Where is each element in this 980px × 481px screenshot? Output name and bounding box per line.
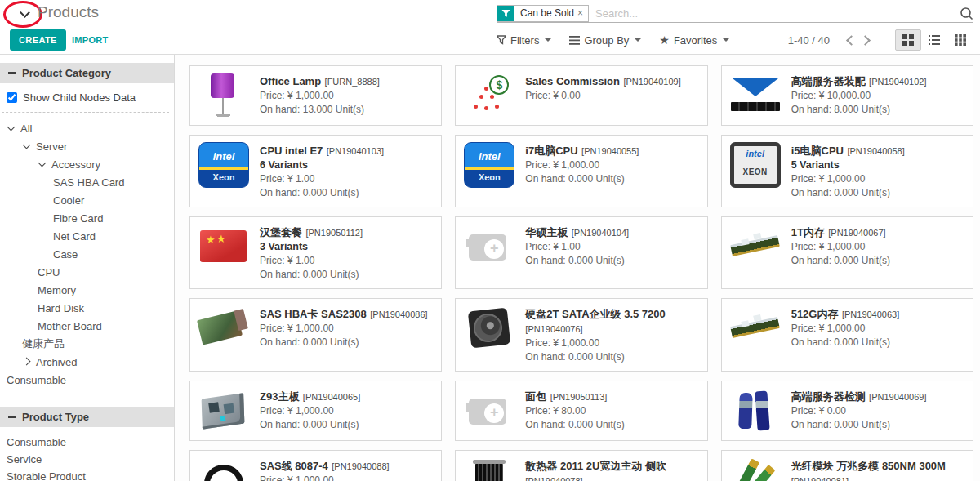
product-price: Price: ¥ 1.00 bbox=[260, 172, 384, 186]
show-child-nodes-label: Show Child Nodes Data bbox=[23, 91, 136, 104]
fiber-module-image bbox=[730, 457, 781, 481]
magnifier-icon[interactable] bbox=[960, 7, 973, 20]
caret-down-icon bbox=[635, 38, 641, 42]
search-input[interactable]: Search... bbox=[595, 7, 960, 20]
import-button[interactable]: IMPORT bbox=[72, 35, 109, 45]
category-tree-item[interactable]: Memory bbox=[0, 281, 174, 299]
favorites-dropdown[interactable]: ★ Favorites bbox=[659, 33, 729, 47]
filters-dropdown[interactable]: Filters bbox=[497, 34, 551, 47]
facet-remove-icon[interactable]: × bbox=[577, 6, 588, 21]
product-price: Price: ¥ 1,000.00 bbox=[525, 158, 639, 172]
product-card[interactable]: 1T内存 [PN19040067] Price: ¥ 1,000.00 On h… bbox=[721, 216, 973, 289]
product-card[interactable]: 华硕主板 [PN19040104] Price: ¥ 1.00 On hand:… bbox=[455, 216, 707, 289]
tree-chevron-icon[interactable] bbox=[7, 123, 18, 133]
category-tree-item[interactable]: CPU bbox=[0, 263, 174, 281]
product-card[interactable]: i5电脑CPU [PN19040058] 5 Variants Price: ¥… bbox=[721, 135, 973, 207]
create-button[interactable]: CREATE bbox=[10, 29, 66, 51]
product-card[interactable]: 512G内存 [PN19040063] Price: ¥ 1,000.00 On… bbox=[721, 298, 973, 372]
product-code: [PN19040078] bbox=[525, 476, 582, 481]
product-card[interactable]: 面包 [PN19050113] Price: ¥ 80.00 On hand: … bbox=[455, 381, 707, 441]
product-card[interactable]: 光纤模块 万兆多模 850NM 300M [PN19040081] 2 Vari… bbox=[721, 450, 973, 481]
category-tree-item[interactable]: Cooler bbox=[0, 191, 174, 209]
category-tree-item[interactable]: SAS HBA Card bbox=[0, 173, 174, 191]
product-price: Price: ¥ 10,000.00 bbox=[791, 89, 927, 103]
product-card[interactable]: 高端服务器装配 [PN19040102] Price: ¥ 10,000.00 … bbox=[721, 65, 973, 126]
group-by-dropdown[interactable]: Group By bbox=[569, 34, 641, 47]
category-tree-item[interactable]: Archived bbox=[0, 353, 174, 371]
product-card[interactable]: 高端服务器检测 [PN19040069] Price: ¥ 0.00 On ha… bbox=[721, 381, 973, 441]
category-tree-item[interactable]: Server bbox=[0, 137, 174, 155]
product-variants: 3 Variants bbox=[260, 240, 363, 254]
show-child-nodes-row[interactable]: Show Child Nodes Data bbox=[0, 83, 174, 110]
pager-previous-button[interactable] bbox=[841, 32, 858, 48]
kanban-view-button[interactable] bbox=[895, 29, 921, 51]
product-price: Price: ¥ 1.00 bbox=[260, 254, 363, 268]
tree-chevron-icon[interactable] bbox=[22, 357, 33, 367]
product-type-item[interactable]: Storable Product bbox=[0, 468, 174, 481]
product-code: [PN19040065] bbox=[303, 392, 360, 402]
category-tree-item[interactable]: Case bbox=[0, 245, 174, 263]
product-type-list: Consumable Service Storable Product bbox=[0, 427, 174, 481]
category-tree-item[interactable]: Mother Board bbox=[0, 317, 174, 335]
product-code: [PN19040103] bbox=[327, 146, 384, 156]
server-logo-image bbox=[730, 73, 781, 118]
category-tree-item[interactable]: Hard Disk bbox=[0, 299, 174, 317]
funnel-icon bbox=[497, 35, 506, 45]
product-onhand: On hand: 0.000 Unit(s) bbox=[791, 186, 905, 200]
list-view-button[interactable] bbox=[921, 29, 947, 51]
product-card[interactable]: Z93主板 [PN19040065] Price: ¥ 1,000.00 On … bbox=[189, 381, 442, 441]
product-type-section-header[interactable]: Product Type bbox=[0, 407, 174, 427]
grid-view-button[interactable] bbox=[947, 29, 973, 51]
product-type-item[interactable]: Service bbox=[0, 451, 174, 468]
hard-disk-image bbox=[464, 305, 514, 351]
product-card[interactable]: 散热器 2011 2U宽边主动 侧吹 [PN19040078] Price: ¥… bbox=[455, 450, 707, 481]
category-tree-item[interactable]: 健康产品 bbox=[0, 335, 174, 353]
intel-xeon-platinum-image bbox=[730, 142, 781, 188]
product-onhand: On hand: 0.000 Unit(s) bbox=[791, 418, 927, 432]
product-code: [PN19040055] bbox=[581, 146, 639, 156]
product-card[interactable]: Office Lamp [FURN_8888] Price: ¥ 1,000.0… bbox=[189, 65, 442, 126]
pager-next-button[interactable] bbox=[858, 32, 874, 48]
product-name: Z93主板 bbox=[260, 390, 299, 403]
product-card[interactable]: i7电脑CPU [PN19040055] Price: ¥ 1,000.00 O… bbox=[455, 135, 707, 207]
product-card[interactable]: SAS HBA卡 SAS2308 [PN19040086] Price: ¥ 1… bbox=[189, 298, 442, 372]
product-card[interactable]: CPU intel E7 [PN19040103] 6 Variants Pri… bbox=[189, 135, 442, 207]
product-price: Price: ¥ 1,000.00 bbox=[260, 474, 390, 481]
product-onhand: On hand: 0.000 Unit(s) bbox=[791, 336, 900, 350]
product-onhand: On hand: 0.000 Unit(s) bbox=[260, 418, 360, 432]
tree-chevron-icon[interactable] bbox=[38, 159, 49, 169]
search-facet[interactable]: Can be Sold × bbox=[497, 5, 589, 22]
category-tree-item[interactable]: Accessory bbox=[0, 155, 174, 173]
product-type-item[interactable]: Consumable bbox=[0, 434, 174, 451]
category-tree-item[interactable]: Consumable bbox=[0, 371, 174, 389]
product-name: 高端服务器装配 bbox=[791, 75, 866, 87]
product-category-section-header[interactable]: Product Category bbox=[0, 63, 174, 83]
product-card[interactable]: 汉堡套餐 [PN19050112] 3 Variants Price: ¥ 1.… bbox=[189, 216, 442, 289]
product-card[interactable]: SAS线 8087-4 [PN19040088] Price: ¥ 1,000.… bbox=[189, 450, 442, 481]
product-code: [FURN_8888] bbox=[325, 77, 380, 87]
show-child-nodes-checkbox[interactable] bbox=[7, 92, 17, 103]
product-name: i7电脑CPU bbox=[525, 145, 577, 157]
product-code: [PN19040058] bbox=[847, 146, 904, 156]
product-price: Price: ¥ 1,000.00 bbox=[260, 89, 380, 103]
motherboard-image bbox=[198, 388, 249, 434]
tree-chevron-icon[interactable] bbox=[22, 141, 33, 151]
product-name: SAS HBA卡 SAS2308 bbox=[260, 308, 367, 320]
category-tree: All Server Accessory SAS HBA Card Cooler… bbox=[0, 118, 174, 389]
category-label: Fibre Card bbox=[53, 212, 103, 225]
china-flag-image bbox=[198, 224, 249, 269]
product-code: [PN19040104] bbox=[572, 228, 629, 238]
product-card[interactable]: Sales Commission [PN19040109] Price: ¥ 0… bbox=[455, 65, 707, 126]
product-onhand: On hand: 0.000 Unit(s) bbox=[260, 268, 363, 282]
product-name: 散热器 2011 2U宽边主动 侧吹 bbox=[525, 460, 666, 472]
search-bar[interactable]: Can be Sold × Search... bbox=[497, 4, 973, 23]
product-card[interactable]: 硬盘2T SATA企业级 3.5 7200 [PN19040076] Price… bbox=[455, 298, 707, 372]
category-tree-item[interactable]: Net Card bbox=[0, 227, 174, 245]
product-onhand: On hand: 8.000 Unit(s) bbox=[791, 103, 927, 117]
collapse-minus-icon bbox=[8, 72, 16, 74]
chevron-down-icon[interactable] bbox=[20, 8, 31, 18]
category-tree-item[interactable]: All bbox=[0, 119, 174, 137]
category-tree-item[interactable]: Fibre Card bbox=[0, 209, 174, 227]
product-code: [PN19050112] bbox=[305, 228, 363, 238]
product-type-title: Product Type bbox=[22, 411, 89, 423]
